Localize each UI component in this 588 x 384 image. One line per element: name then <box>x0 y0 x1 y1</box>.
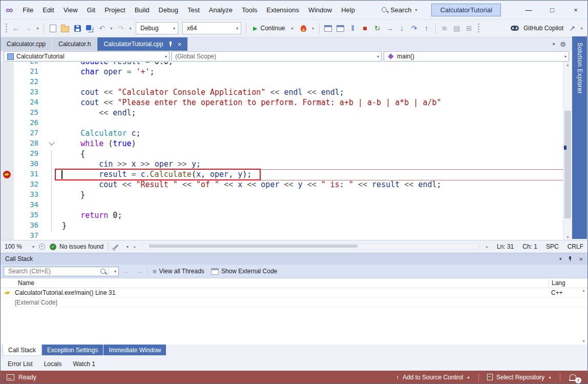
menu-file[interactable]: File <box>18 1 38 19</box>
navigation-history-caret[interactable]: ▾ <box>35 22 40 34</box>
breakpoint-margin[interactable] <box>1 62 14 240</box>
save-all-icon[interactable] <box>84 22 95 34</box>
line-ending-indicator[interactable]: CRLF <box>568 243 583 250</box>
pin-icon[interactable] <box>568 256 573 262</box>
member-dropdown[interactable]: main() ▾ <box>384 51 569 62</box>
bottom-tab-locals[interactable]: Locals <box>39 360 67 368</box>
show-external-code-button[interactable]: Show External Code <box>209 268 279 275</box>
select-repository-button[interactable]: Select Repository ▲ <box>485 374 554 381</box>
column-indicator[interactable]: Ch: 1 <box>522 243 537 250</box>
parallel-stacks-icon[interactable]: ▤ <box>451 22 463 34</box>
menu-tools[interactable]: Tools <box>237 1 262 19</box>
menu-test[interactable]: Test <box>183 1 204 19</box>
window-position-caret[interactable]: ▾ <box>559 256 562 261</box>
code-lines[interactable]: double result = 0.0; char oper = '+'; co… <box>59 62 563 240</box>
maximize-button[interactable]: □ <box>540 1 564 19</box>
close-panel-icon[interactable]: × <box>579 255 583 263</box>
document-health-indicator[interactable]: ✓ No issues found <box>50 243 103 250</box>
show-output-icon[interactable] <box>335 22 346 34</box>
menu-view[interactable]: View <box>59 1 82 19</box>
spaces-indicator[interactable]: SPC <box>546 243 559 250</box>
frame-back-icon[interactable]: ← <box>122 268 131 275</box>
tab-options-gear-icon[interactable]: ⚙ <box>560 41 566 48</box>
tab-calculator-cpp[interactable]: Calculator.cpp <box>1 37 52 51</box>
step-out-icon[interactable]: ↑ <box>421 22 432 34</box>
hscroll-left-arrow-icon[interactable]: ◂ <box>133 245 135 249</box>
line-indicator[interactable]: Ln: 31 <box>497 243 514 250</box>
search-icon[interactable] <box>100 269 106 274</box>
tab-close-icon[interactable]: × <box>178 41 182 48</box>
scroll-down-arrow-icon[interactable]: ▼ <box>563 235 572 239</box>
panel-tab-call-stack[interactable]: Call Stack <box>3 345 41 356</box>
code-line-37[interactable] <box>62 231 563 240</box>
fold-margin[interactable] <box>47 62 59 240</box>
show-next-statement-icon[interactable]: → <box>384 22 395 34</box>
redo-icon-caret[interactable]: ▾ <box>128 22 133 34</box>
code-line-30[interactable]: cin >> x >> oper >> y; <box>62 159 563 170</box>
hscroll-right-arrow-icon[interactable]: ▸ <box>486 245 488 249</box>
tab-pin-icon[interactable] <box>168 42 173 47</box>
github-copilot-icon[interactable] <box>509 22 520 34</box>
search-box[interactable]: Search ▾ <box>375 5 423 15</box>
code-cleanup-icon[interactable] <box>114 244 119 249</box>
code-line-36[interactable]: } <box>62 221 563 231</box>
name-column-header[interactable]: Name <box>1 279 548 287</box>
code-line-35[interactable]: return 0; <box>62 211 563 221</box>
code-line-26[interactable] <box>62 118 563 129</box>
code-line-25[interactable]: << endl; <box>62 108 563 118</box>
menu-analyze[interactable]: Analyze <box>204 1 237 19</box>
document-list-caret[interactable]: ▾ <box>553 42 555 47</box>
restart-icon[interactable]: ↻ <box>372 22 383 34</box>
code-line-22[interactable] <box>62 77 563 88</box>
call-stack-column-headers[interactable]: Name Lang <box>1 278 587 288</box>
code-line-29[interactable]: { <box>62 149 563 159</box>
frame-forward-icon[interactable]: → <box>135 268 143 275</box>
search-options-caret[interactable]: ▾ <box>111 269 116 274</box>
hot-reload-icon[interactable] <box>298 22 309 34</box>
collapse-chevron-icon[interactable] <box>49 139 54 145</box>
language-column-header[interactable]: Lang <box>548 279 579 287</box>
code-editor[interactable]: 202122232425262728293031323334353637 dou… <box>1 62 563 240</box>
grid-scroll-up-icon[interactable]: ▲ <box>582 289 585 292</box>
navigate-forward-icon[interactable]: → <box>23 22 34 34</box>
undo-icon[interactable]: ↶ <box>96 22 108 34</box>
horizontal-scrollbar-thumb[interactable] <box>149 245 358 248</box>
code-line-28[interactable]: while (true) <box>62 139 563 149</box>
show-diagnostics-icon[interactable] <box>323 22 334 34</box>
visual-studio-logo-icon[interactable]: ∞ <box>6 4 13 16</box>
toolbar-grip-2[interactable] <box>478 24 479 33</box>
undo-icon-caret[interactable]: ▾ <box>109 22 114 34</box>
editor-horizontal-scrollbar[interactable] <box>142 244 479 250</box>
solution-configuration-dropdown[interactable]: Debug▾ <box>136 22 178 34</box>
add-to-source-control-button[interactable]: ↑ Add to Source Control ▲ <box>394 374 472 381</box>
scope-dropdown[interactable]: (Global Scope) ▾ <box>172 51 382 62</box>
code-line-23[interactable]: cout << "Calculator Console Application"… <box>62 88 563 98</box>
tab-calculator-h[interactable]: Calculator.h <box>52 37 97 51</box>
close-button[interactable]: × <box>564 1 587 19</box>
call-stack-header[interactable]: Call Stack ▾ × <box>1 253 587 265</box>
menu-help[interactable]: Help <box>337 1 360 19</box>
new-file-icon[interactable] <box>47 22 58 34</box>
stop-debugging-icon[interactable]: ■ <box>360 22 371 34</box>
scroll-up-arrow-icon[interactable]: ▲ <box>563 63 572 67</box>
hot-reload-icon-caret[interactable]: ▾ <box>310 22 316 34</box>
grid-scroll-down-icon[interactable]: ▼ <box>582 339 585 343</box>
share-icon[interactable]: ↗ <box>566 22 578 34</box>
bottom-tab-watch-1[interactable]: Watch 1 <box>68 360 100 368</box>
code-line-34[interactable] <box>62 200 563 211</box>
callstack-row-1[interactable]: CalculatorTutorial.exe!main() Line 31C++ <box>1 288 587 298</box>
callstack-row-2[interactable]: [External Code] <box>1 298 587 308</box>
code-line-27[interactable]: Calculator c; <box>62 129 563 139</box>
panel-tab-immediate-window[interactable]: Immediate Window <box>103 345 166 355</box>
step-over-icon[interactable]: ↷ <box>409 22 420 34</box>
menu-debug[interactable]: Debug <box>154 1 183 19</box>
code-cleanup-caret[interactable]: ▾ <box>123 245 129 249</box>
github-copilot-button[interactable]: GitHub Copilot <box>521 25 565 32</box>
vertical-scrollbar-thumb[interactable] <box>564 111 571 218</box>
solution-explorer-tab[interactable]: Solution Explorer <box>572 36 587 239</box>
code-line-21[interactable]: char oper = '+'; <box>62 67 563 77</box>
minimize-button[interactable]: — <box>517 1 540 19</box>
show-threads-in-source-icon[interactable]: ≋ <box>439 22 450 34</box>
toolbar-overflow-caret[interactable]: ▾ <box>579 22 584 34</box>
solution-name-badge[interactable]: CalculatorTutorial <box>431 4 500 16</box>
